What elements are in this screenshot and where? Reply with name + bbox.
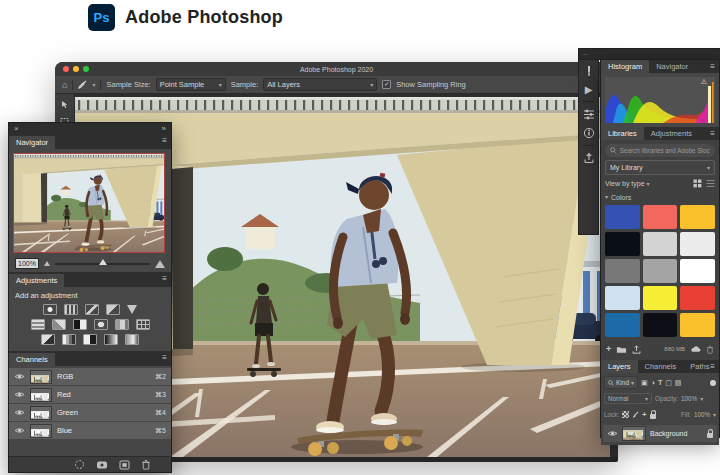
tab-adjustments[interactable]: Adjustments	[644, 127, 699, 140]
save-selection-icon[interactable]	[96, 460, 108, 470]
zoom-slider-thumb[interactable]	[99, 259, 107, 265]
eyedropper-dropdown-icon[interactable]: ▾	[92, 82, 95, 88]
visibility-eye-icon[interactable]	[607, 430, 618, 437]
color-swatch[interactable]	[680, 232, 715, 256]
opacity-value[interactable]: 100%	[681, 395, 697, 402]
library-select[interactable]: My Library ▾	[605, 160, 715, 175]
photo-filter-icon[interactable]	[94, 319, 108, 330]
shape-layer-filter-icon[interactable]: ▢	[665, 379, 672, 386]
smart-object-filter-icon[interactable]: ▨	[675, 379, 682, 386]
channel-row-red[interactable]: Red ⌘3	[9, 386, 171, 403]
type-layer-filter-icon[interactable]: T	[658, 379, 662, 386]
panel-menu-icon[interactable]: ≡	[162, 137, 167, 145]
threshold-icon[interactable]	[83, 334, 97, 345]
upload-icon[interactable]	[632, 345, 641, 354]
color-swatch[interactable]	[605, 313, 640, 337]
sample-select[interactable]: All Layers ▾	[263, 78, 377, 91]
invert-icon[interactable]	[41, 334, 55, 345]
visibility-eye-icon[interactable]	[14, 409, 25, 416]
list-view-icon[interactable]	[706, 179, 715, 188]
tab-layers[interactable]: Layers	[601, 360, 638, 373]
black-white-icon[interactable]	[73, 319, 87, 330]
export-icon[interactable]	[583, 152, 595, 164]
color-swatch[interactable]	[680, 259, 715, 283]
brightness-contrast-icon[interactable]	[43, 304, 57, 315]
pixel-layer-filter-icon[interactable]: ▣	[641, 379, 648, 386]
color-swatch[interactable]	[605, 232, 640, 256]
adjustment-layer-filter-icon[interactable]: ◑	[651, 379, 655, 386]
eyedropper-icon[interactable]	[78, 80, 87, 89]
color-swatch[interactable]	[643, 259, 678, 283]
tab-channels[interactable]: Channels	[638, 360, 684, 373]
panel-menu-icon[interactable]: ≡	[710, 363, 715, 371]
navigator-preview[interactable]	[14, 154, 164, 252]
filter-toggle-icon[interactable]	[710, 380, 716, 386]
panel-menu-icon[interactable]: ≡	[710, 130, 715, 138]
gradient-map-icon[interactable]	[104, 334, 118, 345]
vibrance-icon[interactable]	[127, 305, 137, 314]
delete-channel-icon[interactable]	[141, 459, 151, 470]
lock-pixels-brush-icon[interactable]	[632, 411, 639, 418]
lock-all-icon[interactable]	[650, 414, 656, 419]
visibility-eye-icon[interactable]	[14, 373, 25, 380]
zoom-out-icon[interactable]	[44, 261, 50, 266]
color-swatch[interactable]	[643, 286, 678, 310]
histogram-warning-icon[interactable]: ⚠	[701, 78, 707, 86]
panel-menu-icon[interactable]: ≡	[162, 275, 167, 283]
actions-play-icon[interactable]: ▶	[585, 84, 593, 95]
new-group-folder-icon[interactable]	[616, 345, 627, 354]
move-tool-icon[interactable]	[60, 100, 69, 109]
channel-row-rgb[interactable]: RGB ⌘2	[9, 368, 171, 385]
blend-mode-select[interactable]: Normal ▾	[604, 393, 652, 404]
color-swatch[interactable]	[643, 232, 678, 256]
colors-section-header[interactable]: ▾ Colors	[605, 192, 715, 202]
libraries-search-input[interactable]: Search libraries and Adobe Stock	[605, 144, 715, 157]
delete-icon[interactable]	[706, 345, 714, 354]
color-balance-icon[interactable]	[52, 319, 66, 330]
brush-settings-icon[interactable]	[583, 65, 595, 77]
tab-navigator[interactable]: Navigator	[9, 136, 55, 149]
color-swatch[interactable]	[680, 313, 715, 337]
tab-libraries[interactable]: Libraries	[601, 127, 644, 140]
lock-transparency-icon[interactable]	[622, 411, 629, 418]
load-selection-icon[interactable]	[74, 459, 85, 470]
channel-row-green[interactable]: Green ⌘4	[9, 404, 171, 421]
sampling-ring-checkbox[interactable]: ✓	[382, 80, 391, 89]
background-layer-row[interactable]: Background	[603, 425, 717, 442]
new-channel-icon[interactable]	[119, 460, 130, 470]
color-swatch[interactable]	[605, 259, 640, 283]
color-lookup-icon[interactable]	[136, 319, 150, 330]
zoom-value-field[interactable]: 100%	[15, 258, 39, 269]
zoom-slider[interactable]	[55, 263, 150, 265]
exposure-icon[interactable]	[106, 304, 120, 315]
tab-histogram[interactable]: Histogram	[601, 60, 649, 73]
layer-lock-icon[interactable]	[707, 433, 713, 438]
color-swatch[interactable]	[643, 313, 678, 337]
visibility-eye-icon[interactable]	[14, 427, 25, 434]
hue-saturation-icon[interactable]	[31, 319, 45, 330]
sync-cloud-icon[interactable]	[690, 345, 701, 353]
tab-adjustments[interactable]: Adjustments	[9, 274, 64, 287]
view-by-type-dropdown[interactable]: View by type ▾	[605, 180, 650, 187]
channel-mixer-icon[interactable]	[115, 319, 129, 330]
panel-menu-icon[interactable]: ≡	[162, 354, 167, 362]
selective-color-icon[interactable]	[125, 334, 139, 345]
color-swatch[interactable]	[643, 205, 678, 229]
tab-navigator[interactable]: Navigator	[649, 60, 695, 73]
home-icon[interactable]: ⌂	[62, 80, 67, 90]
color-swatch[interactable]	[680, 205, 715, 229]
add-element-icon[interactable]: +	[606, 344, 611, 354]
zoom-in-icon[interactable]	[155, 260, 165, 268]
levels-icon[interactable]	[64, 304, 78, 315]
posterize-icon[interactable]	[62, 334, 76, 345]
panel-close-icon[interactable]: ×	[14, 124, 19, 133]
fill-value[interactable]: 100%	[694, 411, 710, 418]
color-swatch[interactable]	[605, 205, 640, 229]
info-icon[interactable]	[583, 127, 595, 139]
panel-menu-icon[interactable]: ≡	[710, 63, 715, 71]
sample-size-select[interactable]: Point Sample ▾	[156, 78, 226, 91]
grid-view-icon[interactable]	[693, 179, 702, 188]
curves-icon[interactable]	[85, 304, 99, 315]
lock-position-icon[interactable]: +	[642, 410, 647, 419]
properties-icon[interactable]	[583, 108, 595, 120]
